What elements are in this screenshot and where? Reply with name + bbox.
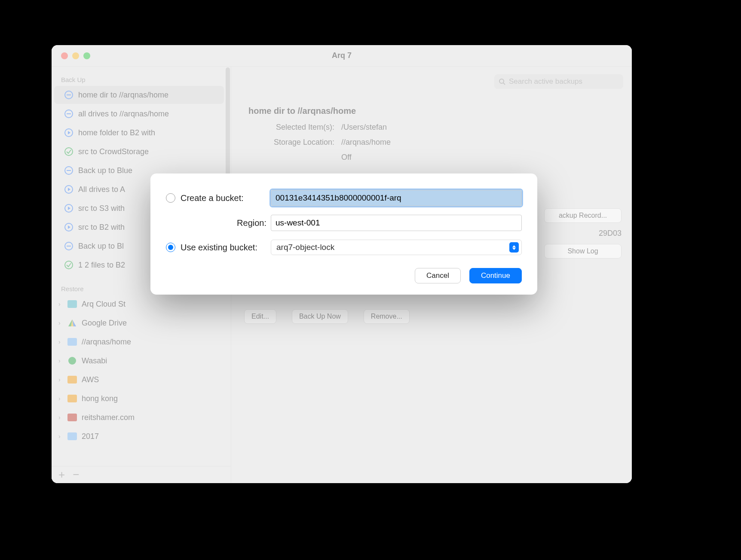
play-circle-icon bbox=[64, 222, 74, 232]
sidebar-item-label: Google Drive bbox=[82, 319, 127, 328]
remove-button[interactable]: − bbox=[73, 468, 79, 481]
window-maximize-button[interactable] bbox=[83, 52, 90, 59]
sidebar-item-label: src to B2 with bbox=[78, 223, 125, 232]
sidebar-section-backup: Back Up bbox=[52, 72, 227, 86]
existing-bucket-radio[interactable] bbox=[166, 243, 175, 252]
search-icon bbox=[499, 78, 505, 85]
sidebar-item-label: home folder to B2 with bbox=[78, 128, 155, 137]
add-button[interactable]: + bbox=[58, 468, 65, 481]
sidebar-item-label: home dir to //arqnas/home bbox=[78, 91, 168, 100]
updown-icon bbox=[509, 242, 519, 253]
window-title: Arq 7 bbox=[52, 51, 632, 60]
sidebar-item-label: all drives to //arqnas/home bbox=[78, 110, 169, 119]
svg-marker-14 bbox=[68, 225, 70, 229]
create-bucket-radio[interactable] bbox=[166, 193, 175, 203]
play-circle-icon bbox=[64, 184, 74, 195]
create-bucket-label: Create a bucket: bbox=[181, 193, 244, 203]
storage-icon bbox=[67, 393, 77, 404]
region-input[interactable] bbox=[271, 215, 522, 231]
sidebar-item-label: AWS bbox=[82, 375, 99, 384]
sidebar-item-label: Arq Cloud St bbox=[82, 300, 126, 309]
folder-icon bbox=[67, 431, 77, 441]
sidebar-restore-item[interactable]: › 2017 bbox=[54, 427, 224, 445]
existing-bucket-label: Use existing bucket: bbox=[181, 243, 257, 253]
sidebar-restore-item[interactable]: › Wasabi bbox=[54, 352, 224, 370]
check-circle-icon bbox=[64, 146, 74, 157]
sidebar-item-label: Back up to Bl bbox=[78, 242, 124, 251]
svg-point-6 bbox=[65, 148, 73, 155]
storage-icon bbox=[67, 356, 77, 366]
region-label: Region: bbox=[237, 218, 266, 228]
continue-button[interactable]: Continue bbox=[469, 268, 522, 283]
minus-circle-icon bbox=[64, 109, 74, 119]
sidebar-item-label: hong kong bbox=[82, 394, 118, 403]
play-circle-icon bbox=[64, 203, 74, 213]
detail-storage-value: //arqnas/home bbox=[341, 138, 391, 147]
sidebar-restore-item[interactable]: › hong kong bbox=[54, 390, 224, 408]
chevron-right-icon: › bbox=[58, 395, 66, 402]
sidebar-restore-item[interactable]: › reitshamer.com bbox=[54, 408, 224, 426]
edit-button[interactable]: Edit... bbox=[244, 309, 276, 324]
sidebar-item-label: 2017 bbox=[82, 432, 99, 441]
sidebar-item-label: All drives to A bbox=[78, 185, 125, 194]
detail-selected-value: /Users/stefan bbox=[341, 123, 387, 132]
sidebar-restore-item[interactable]: › //arqnas/home bbox=[54, 333, 224, 351]
play-circle-icon bbox=[64, 128, 74, 138]
chevron-right-icon: › bbox=[58, 301, 66, 307]
sidebar-restore-item[interactable]: › Google Drive bbox=[54, 314, 224, 332]
svg-point-17 bbox=[65, 261, 73, 269]
detail-storage-label: Storage Location: bbox=[248, 138, 334, 147]
storage-icon bbox=[67, 299, 77, 309]
sidebar-item-label: 1 2 files to B2 bbox=[78, 261, 125, 270]
search-input[interactable]: Search active backups bbox=[494, 74, 623, 89]
minus-circle-icon bbox=[64, 90, 74, 100]
minus-circle-icon bbox=[64, 165, 74, 176]
search-placeholder: Search active backups bbox=[509, 77, 582, 86]
svg-point-21 bbox=[68, 357, 76, 365]
svg-line-23 bbox=[503, 83, 505, 85]
chevron-right-icon: › bbox=[58, 338, 66, 345]
bucket-modal: Create a bucket: Region: Use existing bu… bbox=[150, 173, 537, 295]
right-column: ackup Record... 29D03 Show Log bbox=[544, 208, 622, 259]
backup-now-button[interactable]: Back Up Now bbox=[292, 309, 348, 324]
check-circle-icon bbox=[64, 260, 74, 270]
detail-selected-label: Selected Item(s): bbox=[248, 123, 334, 132]
existing-bucket-select[interactable]: arq7-object-lock bbox=[271, 240, 522, 255]
titlebar: Arq 7 bbox=[52, 45, 632, 67]
chevron-right-icon: › bbox=[58, 433, 66, 440]
chevron-right-icon: › bbox=[58, 414, 66, 421]
chevron-right-icon: › bbox=[58, 376, 66, 383]
storage-icon bbox=[67, 412, 77, 423]
sidebar-item-label: src to CrowdStorage bbox=[78, 147, 149, 156]
backup-record-button[interactable]: ackup Record... bbox=[544, 208, 622, 223]
sidebar-backup-item[interactable]: home dir to //arqnas/home bbox=[54, 86, 224, 104]
show-log-button[interactable]: Show Log bbox=[544, 244, 622, 259]
sidebar-footer: + − bbox=[52, 466, 231, 483]
sidebar-item-label: Wasabi bbox=[82, 356, 107, 365]
traffic-lights bbox=[52, 52, 90, 59]
existing-bucket-value: arq7-object-lock bbox=[276, 243, 334, 252]
window-minimize-button[interactable] bbox=[72, 52, 79, 59]
storage-icon bbox=[67, 374, 77, 385]
chevron-right-icon: › bbox=[58, 320, 66, 326]
sidebar-backup-item[interactable]: src to CrowdStorage bbox=[54, 143, 224, 161]
sidebar-item-label: Back up to Blue bbox=[78, 166, 132, 175]
code-fragment: 29D03 bbox=[544, 229, 622, 238]
detail-encryption-partial: Off bbox=[341, 153, 352, 162]
minus-circle-icon bbox=[64, 241, 74, 251]
sidebar-restore-item[interactable]: › AWS bbox=[54, 371, 224, 389]
sidebar-restore-item[interactable]: › Arq Cloud St bbox=[54, 295, 224, 313]
sidebar-backup-item[interactable]: all drives to //arqnas/home bbox=[54, 105, 224, 123]
cancel-button[interactable]: Cancel bbox=[415, 268, 461, 283]
chevron-right-icon: › bbox=[58, 357, 66, 364]
detail-block: home dir to //arqnas/home Selected Item(… bbox=[240, 106, 623, 162]
window-close-button[interactable] bbox=[61, 52, 68, 59]
svg-point-22 bbox=[499, 79, 504, 83]
sidebar-item-label: //arqnas/home bbox=[82, 338, 131, 347]
svg-marker-5 bbox=[68, 131, 70, 134]
sidebar-backup-item[interactable]: home folder to B2 with bbox=[54, 124, 224, 142]
remove-backup-button[interactable]: Remove... bbox=[364, 309, 410, 324]
sidebar-item-label: src to S3 with bbox=[78, 204, 125, 213]
bucket-name-input[interactable] bbox=[271, 190, 522, 206]
action-bar: Edit... Back Up Now Remove... bbox=[244, 309, 410, 324]
